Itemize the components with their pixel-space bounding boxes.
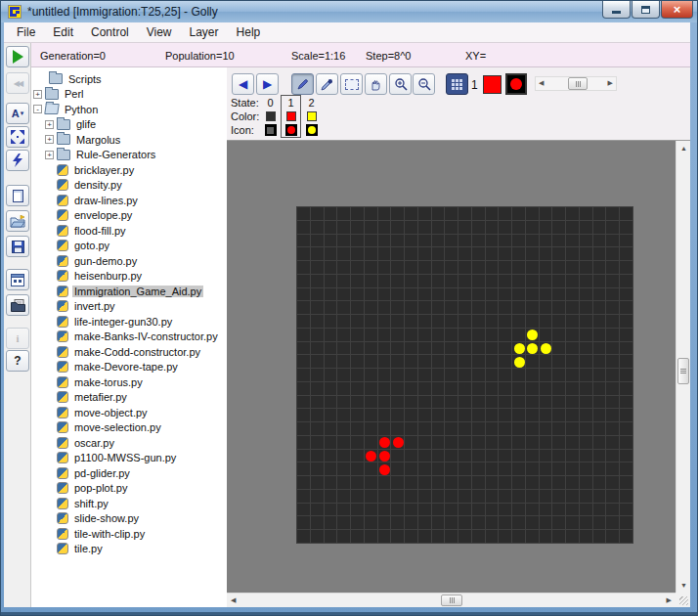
tree-file-item[interactable]: life-integer-gun30.py bbox=[31, 314, 227, 330]
menu-control[interactable]: Control bbox=[82, 23, 138, 41]
minimize-button[interactable] bbox=[602, 1, 631, 19]
tree-expander-icon[interactable]: + bbox=[45, 120, 54, 129]
tree-folder-item[interactable]: +glife bbox=[31, 117, 227, 133]
state-number[interactable]: 1 bbox=[281, 97, 301, 109]
vertical-scrollbar-thumb[interactable] bbox=[677, 358, 689, 384]
tree-file-item[interactable]: flood-fill.py bbox=[31, 223, 227, 239]
tree-file-item[interactable]: pd-glider.py bbox=[31, 465, 227, 481]
tree-file-item[interactable]: slide-show.py bbox=[31, 511, 227, 527]
live-cell[interactable] bbox=[379, 464, 390, 475]
live-cell[interactable] bbox=[541, 343, 551, 354]
go-forward-button[interactable]: ▶ bbox=[256, 73, 279, 95]
menu-help[interactable]: Help bbox=[228, 23, 270, 41]
scroll-down-icon[interactable]: ▼ bbox=[676, 582, 691, 589]
save-pattern-button[interactable] bbox=[6, 236, 29, 257]
scroll-right-icon[interactable]: ▶ bbox=[608, 79, 613, 87]
tree-file-item[interactable]: bricklayer.py bbox=[31, 162, 227, 178]
live-cell[interactable] bbox=[379, 451, 390, 462]
scroll-right-icon[interactable]: ▶ bbox=[667, 596, 672, 604]
tree-file-item[interactable]: make-Banks-IV-constructor.py bbox=[31, 330, 227, 345]
live-cell[interactable] bbox=[379, 437, 390, 448]
state-color-cell[interactable] bbox=[301, 111, 322, 121]
pattern-info-button[interactable]: i bbox=[6, 328, 29, 349]
tree-file-item[interactable]: heisenburp.py bbox=[31, 269, 227, 285]
tree-file-item[interactable]: make-Devore-tape.py bbox=[31, 360, 227, 375]
new-pattern-button[interactable] bbox=[6, 185, 29, 206]
help-button[interactable]: ? bbox=[6, 350, 29, 372]
tree-file-item[interactable]: Immigration_Game_Aid.py bbox=[31, 284, 227, 299]
tree-file-item[interactable]: gun-demo.py bbox=[31, 253, 227, 269]
tree-expander-icon[interactable]: + bbox=[45, 135, 54, 144]
tree-file-item[interactable]: oscar.py bbox=[31, 435, 227, 451]
tree-expander-icon[interactable]: + bbox=[45, 151, 54, 159]
pick-tool-button[interactable] bbox=[316, 73, 338, 95]
draw-tool-button[interactable] bbox=[291, 73, 314, 95]
live-cell[interactable] bbox=[527, 330, 538, 340]
tree-file-item[interactable]: goto.py bbox=[31, 239, 227, 254]
pattern-viewport[interactable] bbox=[227, 141, 676, 593]
vertical-scrollbar[interactable]: ▲ ▼ bbox=[676, 141, 690, 593]
tree-file-item[interactable]: envelope.py bbox=[31, 208, 227, 224]
close-button[interactable]: × bbox=[661, 1, 693, 19]
state-icon-cell[interactable] bbox=[301, 124, 322, 136]
tree-folder-item[interactable]: +Margolus bbox=[31, 132, 227, 148]
state-color-cell[interactable] bbox=[260, 111, 281, 121]
menu-layer[interactable]: Layer bbox=[181, 23, 228, 41]
tree-file-item[interactable]: tile-with-clip.py bbox=[31, 526, 227, 542]
go-back-button[interactable]: ◀ bbox=[232, 73, 254, 95]
menu-view[interactable]: View bbox=[138, 23, 181, 41]
scroll-left-icon[interactable]: ◀ bbox=[539, 79, 544, 87]
fit-pattern-button[interactable] bbox=[6, 126, 29, 148]
horizontal-scrollbar[interactable]: ◀ ▶ bbox=[227, 593, 676, 607]
live-cell[interactable] bbox=[527, 343, 538, 354]
state-number[interactable]: 2 bbox=[301, 97, 322, 109]
tree-file-item[interactable]: make-Codd-constructor.py bbox=[31, 344, 227, 360]
current-color-swatch[interactable] bbox=[483, 75, 502, 94]
live-cell[interactable] bbox=[393, 437, 404, 448]
tree-file-item[interactable]: draw-lines.py bbox=[31, 193, 227, 208]
menu-edit[interactable]: Edit bbox=[44, 23, 82, 41]
tree-file-item[interactable]: shift.py bbox=[31, 496, 227, 511]
scroll-up-icon[interactable]: ▲ bbox=[676, 145, 691, 152]
menu-file[interactable]: File bbox=[8, 23, 44, 41]
set-algorithm-button[interactable]: A▾ bbox=[6, 103, 29, 124]
tree-expander-icon[interactable]: + bbox=[33, 90, 42, 99]
zoom-out-button[interactable] bbox=[413, 73, 435, 95]
reset-button[interactable]: ◀◀ bbox=[6, 72, 29, 94]
live-cell[interactable] bbox=[514, 343, 525, 354]
tree-folder-item[interactable]: +Perl bbox=[31, 87, 227, 103]
live-cell[interactable] bbox=[514, 357, 525, 368]
tree-folder-item[interactable]: -Python bbox=[31, 102, 227, 117]
select-tool-button[interactable] bbox=[340, 73, 363, 95]
tree-file-item[interactable]: p1100-MWSS-gun.py bbox=[31, 451, 227, 466]
state-icon-cell[interactable] bbox=[281, 124, 301, 136]
tree-folder-item[interactable]: +Rule-Generators bbox=[31, 148, 227, 163]
tree-file-item[interactable]: pop-plot.py bbox=[31, 481, 227, 497]
title-bar[interactable]: *untitled [Immigration:T25,25] - Golly × bbox=[1, 1, 698, 22]
live-cell[interactable] bbox=[366, 451, 376, 462]
maximize-button[interactable] bbox=[632, 1, 660, 19]
open-pattern-button[interactable] bbox=[6, 210, 29, 232]
horizontal-scrollbar-thumb[interactable] bbox=[441, 594, 462, 606]
hyperspeed-button[interactable] bbox=[6, 150, 29, 171]
toggle-icons-button[interactable] bbox=[446, 73, 468, 95]
move-tool-button[interactable] bbox=[365, 73, 387, 95]
tree-file-item[interactable]: move-selection.py bbox=[31, 420, 227, 436]
current-icon-swatch[interactable] bbox=[505, 73, 527, 95]
tree-file-item[interactable]: tile.py bbox=[31, 542, 227, 557]
tree-file-item[interactable]: make-torus.py bbox=[31, 374, 227, 390]
tree-expander-icon[interactable]: - bbox=[33, 105, 42, 113]
universe-grid[interactable] bbox=[296, 206, 633, 544]
tree-folder-item[interactable]: Scripts bbox=[31, 71, 227, 87]
show-scripts-button[interactable] bbox=[6, 294, 29, 316]
state-number[interactable]: 0 bbox=[260, 97, 281, 109]
zoom-in-button[interactable] bbox=[389, 73, 412, 95]
state-scrollbar-thumb[interactable] bbox=[568, 77, 588, 90]
tree-file-item[interactable]: metafier.py bbox=[31, 390, 227, 406]
show-patterns-button[interactable] bbox=[6, 269, 29, 290]
tree-file-item[interactable]: move-object.py bbox=[31, 405, 227, 420]
scroll-left-icon[interactable]: ◀ bbox=[231, 596, 236, 604]
state-color-cell[interactable] bbox=[281, 111, 301, 121]
tree-file-item[interactable]: density.py bbox=[31, 178, 227, 194]
tree-file-item[interactable]: invert.py bbox=[31, 299, 227, 315]
